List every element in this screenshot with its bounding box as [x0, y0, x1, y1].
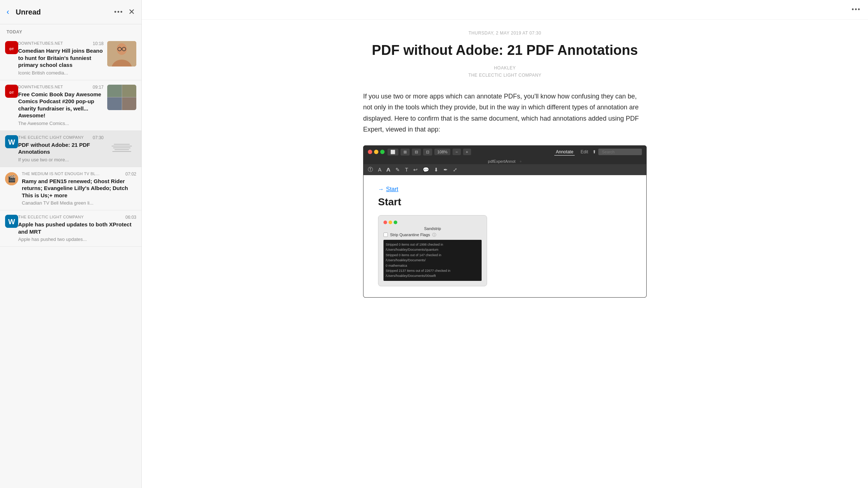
more-button[interactable]: ••• [114, 8, 123, 16]
tool-highlight-icon[interactable]: T [405, 167, 408, 173]
sandstrip-line-2: Stripped 0 items out of 147 checked in /… [386, 253, 479, 263]
sandstrip-dialog: Sandstrip Strip Quarantine Flags ⓘ Strip… [378, 215, 487, 286]
tool-comment-icon[interactable]: 💬 [423, 167, 429, 173]
feed-title-5: Apple has pushed updates to both XProtec… [18, 221, 136, 235]
feed-source-2: DOWNTHETUBES.NET [18, 85, 63, 89]
content-header: ••• [142, 0, 868, 20]
traffic-light-green[interactable] [380, 150, 385, 154]
tool-sign-icon[interactable]: ✒ [443, 167, 448, 173]
back-button[interactable]: ‹ [7, 6, 12, 18]
pdf-filename-bar: pdfExpertAnnot + [363, 158, 646, 164]
pdf-add-btn[interactable]: + [519, 159, 522, 164]
sidebar: ‹ Unread ••• ✕ TODAY DT DOWNTHETUBES.NET… [0, 0, 142, 488]
content-more-button[interactable]: ••• [852, 6, 861, 13]
traffic-light-red[interactable] [368, 150, 372, 154]
article-author: HOAKLEY [363, 65, 647, 70]
toolbar-zoom-out-btn[interactable]: − [453, 149, 461, 155]
pdf-start-link[interactable]: Start [386, 186, 398, 193]
pdf-app-toolbar: ⬜ ⊞ ⊟ ⊡ 108% − + Annotate Edit ⬆ [363, 146, 646, 158]
toolbar-layout2-btn[interactable]: ⊡ [423, 149, 432, 156]
feed-source-4: THE MEDIUM IS NOT ENOUGH TV BL… [22, 172, 100, 176]
tool-font-icon[interactable]: A [378, 167, 381, 173]
dialog-traffic-yellow[interactable] [389, 221, 392, 224]
feed-icon-downthetubes-2: DT [5, 85, 18, 98]
traffic-lights [368, 150, 385, 154]
pdf-start-arrow-row: → Start [378, 186, 632, 193]
toolbar-share-btn[interactable]: ⬆ [592, 149, 596, 154]
sandstrip-output: Stripped 0 items out of 1998 checked in … [383, 240, 482, 281]
svg-text:DT: DT [9, 91, 14, 94]
feed-thumbnail-3 [107, 135, 136, 161]
feed-excerpt-3: If you use two or more... [18, 157, 104, 162]
sandstrip-line-1: Stripped 0 items out of 1998 checked in … [386, 242, 479, 253]
feed-meta-5: THE ECLECTIC LIGHT COMPANY 06:03 [18, 215, 136, 220]
feed-meta-4: THE MEDIUM IS NOT ENOUGH TV BL… 07:02 [22, 172, 136, 177]
feed-meta-2: DOWNTHETUBES.NET 09:17 [18, 85, 104, 90]
feed-time-3: 07:30 [93, 135, 104, 140]
sandstrip-info-icon[interactable]: ⓘ [432, 232, 436, 238]
tool-link-icon[interactable]: ⬇ [434, 167, 438, 173]
feed-source-1: DOWNTHETUBES.NET [18, 41, 63, 45]
sandstrip-checkbox[interactable] [383, 233, 388, 237]
svg-rect-5 [107, 41, 136, 66]
feed-meta-3: THE ECLECTIC LIGHT COMPANY 07:30 [18, 135, 104, 141]
feed-time-2: 09:17 [93, 85, 104, 90]
tool-shape-icon[interactable]: ↩ [413, 167, 418, 173]
pdf-heading: Start [378, 196, 632, 208]
tool-pen-icon[interactable]: ✎ [395, 167, 400, 173]
feed-content-4: THE MEDIUM IS NOT ENOUGH TV BL… 07:02 Ra… [22, 172, 136, 206]
dialog-traffic-red[interactable] [383, 221, 387, 224]
feed-source-5: THE ECLECTIC LIGHT COMPANY [18, 215, 84, 219]
article-title: PDF without Adobe: 21 PDF Annotations [363, 42, 647, 59]
feed-title-1: Comedian Harry Hill joins Beano to hunt … [18, 47, 104, 69]
feed-source-3: THE ECLECTIC LIGHT COMPANY [18, 135, 84, 140]
article-image: ⬜ ⊞ ⊟ ⊡ 108% − + Annotate Edit ⬆ [363, 145, 647, 298]
toolbar-tabs: Annotate Edit [554, 149, 590, 156]
toolbar-zoom-level: 108% [434, 149, 450, 155]
toolbar-back-btn[interactable]: ⬜ [387, 149, 398, 156]
feed-title-4: Ramy and PEN15 renewed; Ghost Rider retu… [22, 178, 136, 199]
section-today-label: TODAY [0, 24, 141, 37]
pdf-search-input[interactable] [598, 149, 642, 155]
feed-content-1: DOWNTHETUBES.NET 10:18 Comedian Harry Hi… [18, 41, 104, 76]
feed-content-3: THE ECLECTIC LIGHT COMPANY 07:30 PDF wit… [18, 135, 104, 162]
traffic-light-yellow[interactable] [374, 150, 378, 154]
toolbar-grid-btn[interactable]: ⊞ [401, 149, 410, 156]
sidebar-header-left: ‹ Unread [7, 6, 41, 18]
feed-icon-eclectic-5: W [5, 215, 18, 228]
feed-icon-eclectic-3: W [5, 135, 18, 148]
article-container: THURSDAY, 2 MAY 2019 AT 07:30 PDF withou… [341, 20, 668, 319]
feed-list: DT DOWNTHETUBES.NET 10:18 Comedian Harry… [0, 37, 141, 488]
tool-bold-icon[interactable]: 𝗔 [386, 167, 390, 173]
annotate-tab[interactable]: Annotate [554, 149, 575, 156]
toolbar-items: ⬜ ⊞ ⊟ ⊡ 108% − + [387, 149, 551, 156]
dialog-traffic-green[interactable] [394, 221, 397, 224]
edit-tab[interactable]: Edit [579, 149, 590, 156]
toolbar-right: ⬆ [592, 149, 642, 155]
sandstrip-title: Sandstrip [383, 226, 482, 231]
sidebar-title: Unread [16, 8, 41, 16]
pdf-filename: pdfExpertAnnot [488, 159, 515, 164]
tool-expand-icon[interactable]: ⤢ [453, 167, 457, 173]
sandstrip-button-label: Strip Quarantine Flags [390, 233, 430, 237]
sandstrip-checkbox-row: Strip Quarantine Flags ⓘ [383, 232, 482, 238]
sidebar-controls: ••• ✕ [114, 7, 135, 17]
toolbar-zoom-in-btn[interactable]: + [463, 149, 471, 155]
feed-thumbnail-1 [107, 41, 136, 66]
list-item[interactable]: DT DOWNTHETUBES.NET 09:17 Free Comic Boo… [0, 80, 141, 131]
feed-time-5: 06:03 [125, 215, 136, 220]
list-item[interactable]: W THE ECLECTIC LIGHT COMPANY 06:03 Apple… [0, 210, 141, 247]
list-item[interactable]: 🎬 THE MEDIUM IS NOT ENOUGH TV BL… 07:02 … [0, 167, 141, 211]
close-button[interactable]: ✕ [128, 7, 135, 17]
feed-content-2: DOWNTHETUBES.NET 09:17 Free Comic Book D… [18, 85, 104, 126]
content-area: ••• THURSDAY, 2 MAY 2019 AT 07:30 PDF wi… [142, 0, 868, 488]
toolbar-layout-btn[interactable]: ⊟ [412, 149, 421, 156]
feed-meta-1: DOWNTHETUBES.NET 10:18 [18, 41, 104, 47]
list-item[interactable]: W THE ECLECTIC LIGHT COMPANY 07:30 PDF w… [0, 131, 141, 167]
sandstrip-line-3: 0 mathematica [386, 263, 479, 268]
tool-text-icon[interactable]: Ⓣ [368, 166, 373, 173]
article-publication: THE ECLECTIC LIGHT COMPANY [363, 73, 647, 78]
feed-time-1: 10:18 [93, 41, 104, 46]
list-item[interactable]: DT DOWNTHETUBES.NET 10:18 Comedian Harry… [0, 37, 141, 80]
feed-excerpt-1: Iconic British comedia... [18, 70, 104, 76]
